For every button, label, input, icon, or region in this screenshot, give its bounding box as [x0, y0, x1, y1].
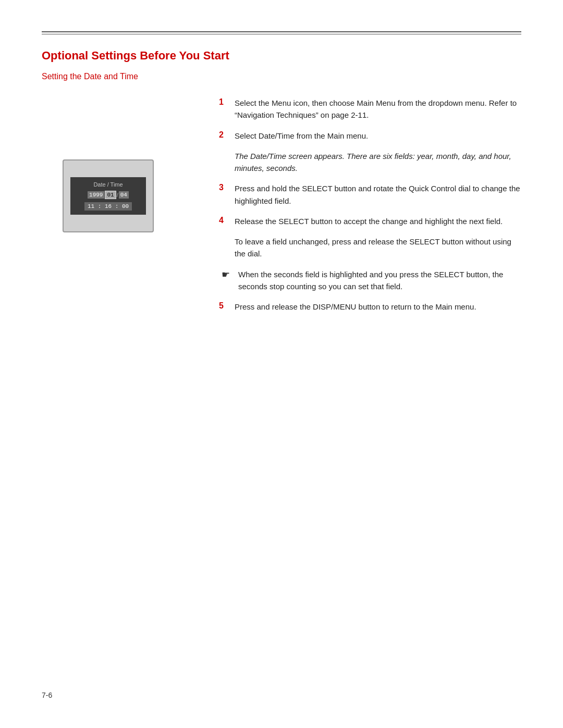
step-4: 4 Release the SELECT button to accept th…: [219, 215, 521, 227]
content-area: Date / Time 1999 01 / 04 11 : 16 : 00 1 …: [42, 97, 521, 321]
screen-time: 11 : 16 : 00: [84, 202, 132, 211]
subsection-heading: Setting the Date and Time: [42, 72, 521, 81]
section-heading: Optional Settings Before You Start: [42, 49, 521, 63]
rule-thick: [42, 31, 521, 32]
rule-thin: [42, 34, 521, 34]
date-year: 1999: [88, 191, 104, 199]
step-1-number: 1: [219, 97, 235, 107]
step-1: 1 Select the Menu icon, then choose Main…: [219, 97, 521, 121]
step-2-number: 2: [219, 130, 235, 140]
right-column: 1 Select the Menu icon, then choose Main…: [209, 97, 521, 321]
date-sep1: /: [117, 192, 118, 198]
step-3-text: Press and hold the SELECT button and rot…: [235, 182, 521, 207]
page-number: 7-6: [42, 691, 52, 699]
step-5-number: 5: [219, 301, 235, 311]
screen-date-row: 1999 01 / 04: [88, 191, 129, 199]
step-2: 2 Select Date/Time from the Main menu.: [219, 130, 521, 142]
step-2-note-text: The Date/Time screen appears. There are …: [235, 152, 511, 172]
step-5: 5 Press and release the DISP/MENU button…: [219, 301, 521, 313]
bullet-note: ☛ When the seconds field is highlighted …: [219, 268, 521, 293]
step-5-text: Press and release the DISP/MENU button t…: [235, 301, 521, 313]
step-1-text: Select the Menu icon, then choose Main M…: [235, 97, 521, 121]
step-3-number: 3: [219, 182, 235, 192]
step-4-subnote-text: To leave a field unchanged, press and re…: [235, 237, 511, 258]
date-day: 04: [119, 191, 129, 199]
top-rules: [42, 31, 521, 34]
step-4-number: 4: [219, 215, 235, 225]
step-4-text: Release the SELECT button to accept the …: [235, 215, 521, 227]
bullet-note-text: When the seconds field is highlighted an…: [238, 268, 521, 293]
screen-date-label: Date / Time: [93, 181, 123, 188]
step-4-subnote: To leave a field unchanged, press and re…: [235, 236, 521, 260]
device-screen: Date / Time 1999 01 / 04 11 : 16 : 00: [63, 159, 154, 232]
date-month: 01: [105, 191, 116, 199]
page: Optional Settings Before You Start Setti…: [0, 0, 563, 728]
finger-icon: ☛: [222, 268, 238, 280]
screen-inner: Date / Time 1999 01 / 04 11 : 16 : 00: [70, 177, 146, 215]
step-2-note: The Date/Time screen appears. There are …: [235, 150, 521, 175]
left-column: Date / Time 1999 01 / 04 11 : 16 : 00: [42, 97, 209, 232]
step-2-text: Select Date/Time from the Main menu.: [235, 130, 521, 142]
step-3: 3 Press and hold the SELECT button and r…: [219, 182, 521, 207]
